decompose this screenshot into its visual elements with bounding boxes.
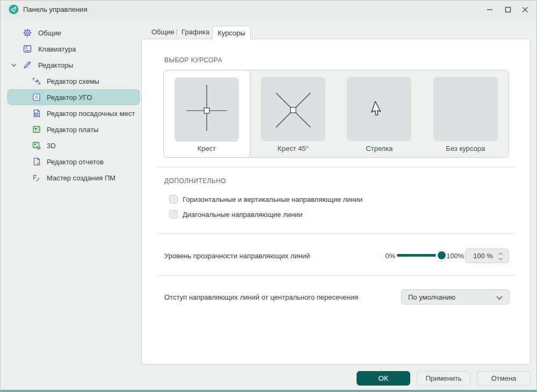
offset-dropdown[interactable]: По умолчанию bbox=[401, 289, 510, 304]
app-logo-icon bbox=[9, 4, 19, 14]
checkbox-row-diagonal-guides: Диагональные направляющие линии bbox=[169, 210, 302, 219]
hv-guides-checkbox[interactable] bbox=[169, 195, 178, 204]
tab-label: Курсоры bbox=[217, 29, 245, 37]
chevron-down-icon[interactable] bbox=[10, 61, 18, 69]
sidebar-item-label: Редактор платы bbox=[47, 126, 98, 134]
slider-thumb[interactable] bbox=[436, 249, 448, 262]
tab-separator: | bbox=[176, 27, 177, 35]
slider-max-label: 100% bbox=[446, 252, 464, 260]
offset-label: Отступ направляющих линий от центральног… bbox=[164, 293, 358, 301]
cursor-option-cross[interactable]: Крест bbox=[163, 70, 250, 158]
cursor-preview-cross bbox=[175, 77, 239, 142]
tab-cursors[interactable]: Курсоры bbox=[212, 26, 251, 39]
sidebar-item-report-editor[interactable]: Редактор отчетов bbox=[1, 154, 141, 170]
gear-icon bbox=[23, 28, 32, 38]
checkbox-label: Диагональные направляющие линии bbox=[183, 210, 302, 219]
symbol-editor-icon: S bbox=[32, 92, 41, 102]
sidebar-item-footprint-editor[interactable]: F Редактор посадочных мест bbox=[1, 105, 141, 121]
title-bar: Панель управления bbox=[1, 1, 536, 18]
cursor-option-none[interactable]: Без курсора bbox=[423, 70, 509, 157]
cursor-preview-arrow bbox=[347, 77, 411, 141]
sidebar-item-label: Мастер создания ПМ bbox=[47, 174, 115, 182]
board-icon bbox=[32, 125, 41, 134]
window-title: Панель управления bbox=[23, 5, 87, 13]
sidebar-item-pm-wizard[interactable]: F Мастер создания ПМ bbox=[1, 170, 141, 186]
section-divider bbox=[157, 167, 516, 168]
svg-text:F: F bbox=[33, 174, 37, 182]
sidebar-item-label: Редактор посадочных мест bbox=[47, 110, 135, 118]
cursor-preview-none bbox=[433, 77, 498, 141]
cross45-cursor-icon bbox=[261, 77, 325, 141]
slider-min-label: 0% bbox=[381, 252, 395, 260]
minimize-button[interactable] bbox=[485, 5, 495, 14]
cursor-option-label: Крест 45° bbox=[250, 144, 337, 153]
spinner-arrows-icon[interactable] bbox=[497, 252, 504, 261]
wizard-icon: F bbox=[32, 173, 41, 183]
tab-graphics[interactable]: Графика bbox=[182, 28, 209, 36]
report-icon bbox=[32, 157, 41, 166]
sidebar-item-label: 3D bbox=[47, 142, 56, 150]
cursor-option-group: Крест Крест 45° Стрелка bbox=[163, 70, 509, 158]
svg-text:S: S bbox=[35, 95, 38, 100]
schematic-icon bbox=[32, 76, 41, 86]
chevron-down-icon bbox=[496, 296, 503, 300]
cursor-option-label: Стрелка bbox=[336, 144, 423, 153]
spinbox-value: 100 % bbox=[473, 252, 493, 260]
sidebar-item-symbol-editor[interactable]: S Редактор УГО bbox=[7, 89, 140, 105]
cursor-preview-cross45 bbox=[261, 77, 325, 141]
sidebar-item-general[interactable]: Общие bbox=[1, 25, 141, 41]
arrow-cursor-icon bbox=[347, 77, 411, 141]
cursor-option-label: Крест bbox=[164, 144, 250, 153]
diagonal-guides-checkbox[interactable] bbox=[169, 210, 178, 219]
sidebar-item-3d[interactable]: 3D bbox=[1, 137, 141, 154]
transparency-label: Уровень прозрачности направляющих линий bbox=[164, 252, 310, 260]
section-divider bbox=[157, 233, 516, 234]
sidebar-item-label: Редактор схемы bbox=[47, 77, 99, 85]
cursor-option-arrow[interactable]: Стрелка bbox=[336, 70, 423, 157]
sidebar: Общие A Клавиатура Редакторы Редактор сх… bbox=[1, 19, 141, 390]
cursors-settings-panel: ВЫБОР КУРСОРА Крест Крест 45° bbox=[141, 39, 531, 365]
ok-button-label: OK bbox=[379, 374, 389, 382]
cancel-button-label: Отмена bbox=[491, 374, 517, 382]
sidebar-item-editors[interactable]: Редакторы bbox=[1, 57, 141, 73]
sidebar-item-label: Клавиатура bbox=[38, 45, 76, 53]
footprint-icon: F bbox=[32, 108, 41, 118]
ok-button[interactable]: OK bbox=[357, 371, 410, 386]
checkbox-label: Горизонтальные и вертикальные направляющ… bbox=[183, 195, 362, 204]
control-panel-window: { "window": { "title": "Панель управлени… bbox=[0, 0, 537, 392]
keyboard-icon: A bbox=[23, 44, 32, 54]
sidebar-item-label: Редакторы bbox=[38, 61, 73, 69]
sidebar-item-label: Редактор УГО bbox=[47, 93, 92, 101]
apply-button[interactable]: Применить bbox=[417, 371, 470, 386]
apply-button-label: Применить bbox=[425, 374, 461, 382]
cursor-option-label: Без курсора bbox=[423, 144, 509, 153]
cancel-button[interactable]: Отмена bbox=[477, 371, 531, 386]
sidebar-item-schematic-editor[interactable]: Редактор схемы bbox=[1, 73, 141, 89]
cursor-option-cross45[interactable]: Крест 45° bbox=[250, 70, 337, 157]
sidebar-item-board-editor[interactable]: Редактор платы bbox=[1, 121, 141, 137]
sidebar-item-label: Редактор отчетов bbox=[47, 158, 104, 166]
maximize-button[interactable] bbox=[503, 5, 513, 14]
svg-text:A: A bbox=[25, 46, 28, 49]
cursor-section-title: ВЫБОР КУРСОРА bbox=[164, 56, 222, 64]
sidebar-item-keyboard[interactable]: A Клавиатура bbox=[1, 41, 141, 57]
additional-section-title: ДОПОЛНИТЕЛЬНО bbox=[164, 177, 226, 185]
dropdown-value: По умолчанию bbox=[408, 293, 455, 301]
pencil-icon bbox=[23, 60, 32, 70]
section-divider bbox=[157, 275, 516, 275]
tab-general[interactable]: Общие bbox=[151, 28, 175, 36]
transparency-spinbox[interactable]: 100 % bbox=[465, 249, 509, 263]
close-button[interactable] bbox=[520, 5, 530, 14]
cross-cursor-icon bbox=[175, 77, 239, 142]
checkbox-row-hv-guides: Горизонтальные и вертикальные направляющ… bbox=[169, 195, 362, 204]
board-3d-icon bbox=[32, 141, 41, 150]
sidebar-item-label: Общие bbox=[38, 29, 61, 37]
